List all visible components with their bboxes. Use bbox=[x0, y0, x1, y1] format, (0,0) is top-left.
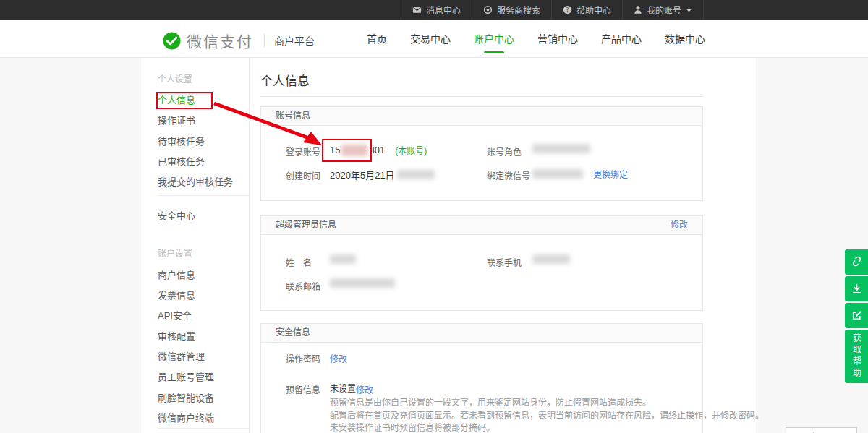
topbar-item-label: 我的账号 bbox=[647, 4, 681, 16]
link-icon bbox=[851, 257, 862, 267]
wechat-pay-logo-icon bbox=[163, 32, 181, 50]
super-admin-panel-header: 超级管理员信息 修改 bbox=[261, 216, 702, 235]
sidebar-item-personal-info[interactable]: 个人信息 bbox=[158, 93, 195, 106]
super-admin-panel: 超级管理员信息 修改 姓 名 联系手机 联系邮箱 bbox=[260, 215, 703, 311]
search-icon bbox=[483, 5, 493, 14]
login-account-suffix: 301 bbox=[369, 145, 385, 155]
helper-feedback-button[interactable] bbox=[845, 303, 868, 328]
reserved-edit-link[interactable]: 修改 bbox=[356, 383, 373, 395]
sidebar-item-api-security[interactable]: API安全 bbox=[158, 308, 192, 322]
sidebar-item-face-pay-devices[interactable]: 刷脸智能设备 bbox=[158, 390, 214, 404]
section-title: 账号信息 bbox=[276, 111, 310, 121]
sidebar-divider bbox=[158, 428, 249, 429]
topbar-item-label: 帮助中心 bbox=[576, 4, 611, 16]
sidebar-item-pending-review-tasks[interactable]: 待审核任务 bbox=[158, 134, 205, 147]
wechat-pay-merchant-platform: 消息中心 服务商搜索 ? 帮助中心 我的账号 微信支付 bbox=[0, 0, 868, 433]
redacted-value bbox=[397, 170, 435, 179]
sidebar-item-wechat-group-management[interactable]: 微信群管理 bbox=[158, 349, 205, 363]
redacted-value bbox=[532, 254, 570, 264]
section-title: 超级管理员信息 bbox=[276, 220, 336, 230]
rebind-link[interactable]: 更换绑定 bbox=[593, 168, 628, 180]
password-edit-link[interactable]: 修改 bbox=[330, 352, 347, 364]
redacted-value bbox=[532, 169, 583, 179]
sidebar-item-merchant-info[interactable]: 商户信息 bbox=[158, 267, 195, 281]
main-nav: 首页 交易中心 账户中心 营销中心 产品中心 数据中心 bbox=[367, 20, 705, 57]
nav-item-account-center[interactable]: 账户中心 bbox=[474, 31, 514, 46]
account-role-value bbox=[532, 144, 590, 153]
topbar-item-provider-search[interactable]: 服务商搜索 bbox=[472, 0, 551, 20]
security-info-panel-header: 安全信息 bbox=[261, 324, 702, 343]
sidebar-item-my-submitted-tasks[interactable]: 我提交的审核任务 bbox=[158, 174, 233, 188]
logo-text: 微信支付 bbox=[187, 30, 253, 51]
topbar-item-messages[interactable]: 消息中心 bbox=[401, 0, 472, 20]
bound-wechat-value: 更换绑定 bbox=[532, 168, 628, 180]
redacted-value bbox=[330, 278, 395, 288]
redacted-value bbox=[330, 254, 356, 264]
current-account-tag: (本账号) bbox=[395, 144, 427, 156]
helper-link-button[interactable] bbox=[845, 249, 868, 275]
topbar-item-help-center[interactable]: ? 帮助中心 bbox=[551, 0, 622, 20]
reserved-info-description: 预留信息是由你自己设置的一段文字，用来鉴定网站身份，防止假冒网站造成损失。 配置… bbox=[330, 397, 764, 433]
contact-email-label: 联系邮箱 bbox=[286, 280, 320, 292]
logo: 微信支付 商户平台 bbox=[163, 30, 315, 51]
login-account-prefix: 15 bbox=[330, 145, 340, 155]
sidebar-item-operation-certificate[interactable]: 操作证书 bbox=[158, 113, 195, 127]
sidebar-item-invoice-info[interactable]: 发票信息 bbox=[158, 288, 195, 301]
logo-separator bbox=[264, 34, 265, 47]
nav-item-product-center[interactable]: 产品中心 bbox=[601, 31, 642, 46]
created-time-text: 2020年5月21日 bbox=[330, 168, 395, 181]
help-icon: ? bbox=[563, 5, 572, 14]
edit-icon bbox=[851, 310, 862, 321]
mail-icon bbox=[412, 5, 422, 14]
sidebar-item-security-center[interactable]: 安全中心 bbox=[158, 208, 195, 222]
topbar-item-label: 服务商搜索 bbox=[497, 4, 540, 16]
admin-edit-link[interactable]: 修改 bbox=[671, 216, 688, 234]
helper-download-button[interactable] bbox=[845, 276, 868, 301]
main-content: 个人信息 账号信息 登录账号 15 301 (本账号) 账号角色 创建时间 20… bbox=[260, 58, 703, 433]
caret-down-icon bbox=[686, 8, 692, 12]
description-line: 配置后将在首页及充值页面显示。若未看到预留信息，表明当前访问的网站存在风险，请终… bbox=[330, 410, 764, 423]
nav-item-transaction-center[interactable]: 交易中心 bbox=[410, 31, 451, 46]
contact-phone-label: 联系手机 bbox=[487, 256, 522, 268]
sidebar-item-reviewed-tasks[interactable]: 已审核任务 bbox=[158, 154, 205, 168]
account-info-panel-header: 账号信息 bbox=[261, 107, 702, 126]
portal-label: 商户平台 bbox=[274, 33, 315, 48]
topbar-item-my-account[interactable]: 我的账号 bbox=[622, 0, 704, 20]
sidebar-item-wechat-merchant-terminal[interactable]: 微信商户终端 bbox=[158, 411, 214, 424]
reserved-info-status: 未设置 bbox=[330, 382, 356, 394]
redacted-value bbox=[532, 144, 590, 153]
name-value bbox=[330, 254, 356, 264]
svg-text:?: ? bbox=[566, 7, 569, 13]
topbar: 消息中心 服务商搜索 ? 帮助中心 我的账号 bbox=[0, 0, 868, 20]
nav-item-home[interactable]: 首页 bbox=[367, 31, 387, 46]
sidebar-item-review-config[interactable]: 审核配置 bbox=[158, 329, 195, 343]
get-help-button[interactable]: 获取帮助 bbox=[845, 330, 868, 383]
redacted-value bbox=[341, 145, 367, 156]
sidebar-divider bbox=[158, 195, 249, 196]
sidebar-group-account-settings: 账户设置 bbox=[158, 246, 192, 259]
floating-helper-widget: 获取帮助 bbox=[845, 249, 868, 383]
title-divider bbox=[260, 96, 703, 97]
operation-password-label: 操作密码 bbox=[286, 352, 320, 364]
sidebar-item-staff-account-management[interactable]: 员工账号管理 bbox=[158, 369, 214, 383]
created-time-value: 2020年5月21日 bbox=[330, 168, 435, 181]
login-account-value: 15 301 (本账号) bbox=[330, 144, 427, 156]
description-line: 未安装操作证书时预留信息将被部分掩码。 bbox=[330, 422, 764, 433]
nav-item-marketing-center[interactable]: 营销中心 bbox=[537, 31, 578, 46]
contact-email-value bbox=[330, 278, 395, 288]
sidebar: 个人设置 个人信息 操作证书 待审核任务 已审核任务 我提交的审核任务 安全中心… bbox=[141, 58, 250, 433]
download-icon bbox=[851, 283, 862, 294]
page-title: 个人信息 bbox=[260, 71, 310, 89]
section-title: 安全信息 bbox=[276, 327, 310, 338]
security-info-panel: 安全信息 操作密码 修改 预留信息 未设置 修改 预留信息是由你自己设置的一段文… bbox=[260, 323, 703, 433]
login-account-label: 登录账号 bbox=[286, 145, 320, 158]
header: 微信支付 商户平台 首页 交易中心 账户中心 营销中心 产品中心 数据中心 bbox=[0, 20, 868, 58]
description-line: 预留信息是由你自己设置的一段文字，用来鉴定网站身份，防止假冒网站造成损失。 bbox=[330, 397, 764, 410]
sidebar-group-personal-settings: 个人设置 bbox=[158, 72, 192, 85]
nav-item-data-center[interactable]: 数据中心 bbox=[665, 31, 705, 46]
reserved-info-label: 预留信息 bbox=[286, 383, 320, 395]
bound-wechat-label: 绑定微信号 bbox=[487, 169, 530, 181]
account-role-label: 账号角色 bbox=[487, 145, 522, 158]
created-time-label: 创建时间 bbox=[286, 169, 320, 181]
name-label: 姓 名 bbox=[286, 256, 312, 268]
